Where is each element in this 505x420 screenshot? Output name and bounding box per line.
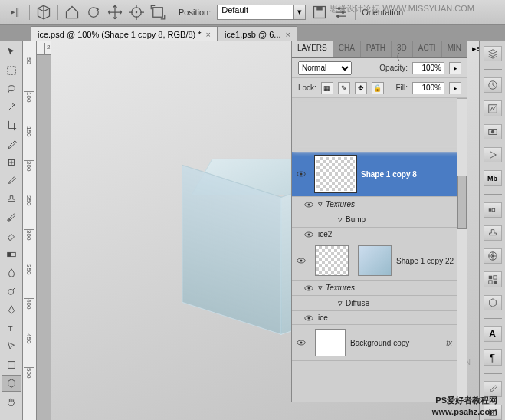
swatch-icon[interactable]	[484, 271, 502, 287]
tab-ice1-psb[interactable]: ice1.psb @ 6... ×	[218, 26, 297, 41]
layer-thumbnail[interactable]	[315, 245, 349, 276]
close-icon[interactable]: ×	[206, 30, 211, 39]
lock-pixels-icon[interactable]: ✎	[338, 82, 350, 94]
layers-icon[interactable]	[484, 46, 502, 61]
layers-panel: LAYERS CHA PATH 3D ( ACTI MIN ▸≡ Normal …	[291, 41, 467, 402]
lock-position-icon[interactable]: ✥	[355, 82, 367, 94]
scale-icon[interactable]	[150, 5, 166, 20]
svg-rect-3	[153, 7, 163, 17]
visibility-toggle[interactable]	[300, 231, 318, 238]
svg-point-31	[300, 342, 303, 344]
layer-textures-group-2[interactable]: ▿Textures	[292, 281, 467, 296]
visibility-toggle[interactable]	[292, 258, 310, 264]
panel-toggle-icon[interactable]: ▸‖	[8, 5, 23, 20]
lasso-tool[interactable]	[2, 80, 21, 97]
para-icon[interactable]: ¶	[484, 349, 502, 365]
svg-rect-5	[316, 6, 323, 10]
visibility-toggle[interactable]	[300, 202, 318, 208]
layer-thumbnail[interactable]	[315, 156, 356, 192]
eyedropper-tool[interactable]	[2, 136, 21, 153]
visibility-toggle[interactable]	[300, 315, 318, 321]
type-tool[interactable]: T	[2, 320, 21, 336]
brush-tool[interactable]	[2, 172, 21, 189]
pen-tool[interactable]	[2, 301, 21, 318]
clone-panel-icon[interactable]	[484, 225, 502, 241]
styles-icon[interactable]	[484, 295, 502, 310]
visibility-toggle[interactable]	[292, 171, 310, 177]
layer-name: ice2	[318, 230, 467, 238]
layer-name: Textures	[326, 200, 467, 208]
shape-tool[interactable]	[2, 356, 21, 373]
svg-point-19	[300, 173, 303, 176]
layer-ice[interactable]: ice	[292, 311, 467, 325]
gradient-tool[interactable]	[2, 246, 21, 263]
blur-tool[interactable]	[2, 264, 21, 281]
mask-icon[interactable]	[484, 124, 502, 139]
move-icon[interactable]	[107, 5, 123, 20]
position-dropdown-icon[interactable]: ▾	[293, 5, 306, 20]
visibility-toggle[interactable]	[292, 340, 310, 346]
layer-list: Shape 1 copy 8 ▿Textures ▿Bump ice2 Shap…	[292, 98, 467, 402]
stamp-tool[interactable]	[2, 191, 21, 208]
opacity-input[interactable]	[412, 62, 444, 74]
tab-layers[interactable]: LAYERS	[292, 41, 333, 57]
move-tool[interactable]	[2, 44, 21, 61]
visibility-toggle[interactable]	[300, 285, 318, 291]
position-label: Position:	[179, 8, 211, 17]
layer-bump[interactable]: ▿Bump	[292, 212, 467, 228]
marquee-tool[interactable]	[2, 62, 21, 79]
tab-ice-psd[interactable]: ice.psd @ 100% (Shape 1 copy 8, RGB/8) *…	[31, 26, 218, 41]
mb-icon[interactable]: Mb	[484, 170, 502, 185]
dodge-tool[interactable]	[2, 283, 21, 300]
nav-icon[interactable]	[484, 248, 502, 264]
rotate-icon[interactable]	[86, 5, 101, 20]
heal-tool[interactable]	[2, 154, 21, 171]
history-icon[interactable]	[484, 77, 502, 93]
lock-all-icon[interactable]: 🔒	[372, 82, 384, 94]
document-tabs: ice.psd @ 100% (Shape 1 copy 8, RGB/8) *…	[0, 25, 505, 41]
tab-actions[interactable]: ACTI	[413, 41, 442, 57]
layer-diffuse[interactable]: ▿Diffuse	[292, 296, 467, 311]
eraser-tool[interactable]	[2, 228, 21, 244]
char-icon[interactable]: A	[484, 326, 502, 342]
opacity-flyout-icon[interactable]: ▸	[449, 62, 461, 74]
wand-tool[interactable]	[2, 99, 21, 116]
layer-name[interactable]: Background copy	[350, 339, 446, 347]
blend-mode-select[interactable]: Normal	[298, 61, 352, 75]
fill-flyout-icon[interactable]: ▸	[449, 82, 461, 94]
hand-tool[interactable]	[2, 393, 21, 410]
adjust-panel-icon[interactable]	[484, 100, 502, 116]
layer-shape1-copy8[interactable]: Shape 1 copy 8	[292, 152, 467, 197]
layer-name[interactable]: Shape 1 copy 8	[361, 170, 467, 179]
brush-panel-icon[interactable]	[484, 202, 502, 218]
layer-scrollbar[interactable]	[457, 98, 467, 402]
lock-transparency-icon[interactable]: ▦	[321, 82, 333, 94]
save-icon[interactable]	[312, 5, 327, 20]
history-brush-tool[interactable]	[2, 209, 21, 226]
svg-point-0	[89, 7, 99, 17]
tab-paths[interactable]: PATH	[361, 41, 392, 57]
position-select[interactable]: Default	[217, 5, 293, 20]
tab-channels[interactable]: CHA	[333, 41, 361, 57]
layer-mask-thumbnail[interactable]	[358, 245, 392, 276]
target-icon[interactable]	[129, 5, 144, 20]
layer-textures-group[interactable]: ▿Textures	[292, 197, 467, 212]
close-icon[interactable]: ×	[286, 30, 290, 39]
right-dock: Mb A ¶	[479, 41, 505, 420]
tab-mini[interactable]: MIN	[442, 41, 467, 57]
path-select-tool[interactable]	[2, 338, 21, 355]
fill-input[interactable]	[412, 82, 444, 94]
opacity-label: Opacity:	[379, 64, 408, 72]
cube-icon[interactable]	[36, 5, 51, 20]
crop-tool[interactable]	[2, 117, 21, 134]
home-icon[interactable]	[64, 5, 80, 20]
3d-tool[interactable]	[2, 375, 21, 392]
layer-ice2[interactable]: ice2	[292, 228, 467, 241]
layer-background-copy[interactable]: Background copy fx ▾	[292, 325, 467, 361]
layer-shape1-copy22[interactable]: Shape 1 copy 22	[292, 241, 467, 281]
fx-indicator[interactable]: fx	[446, 339, 452, 347]
layer-thumbnail[interactable]	[315, 329, 346, 356]
svg-point-21	[308, 203, 310, 205]
tab-3d[interactable]: 3D (	[392, 41, 413, 57]
actions-icon[interactable]	[484, 147, 502, 162]
